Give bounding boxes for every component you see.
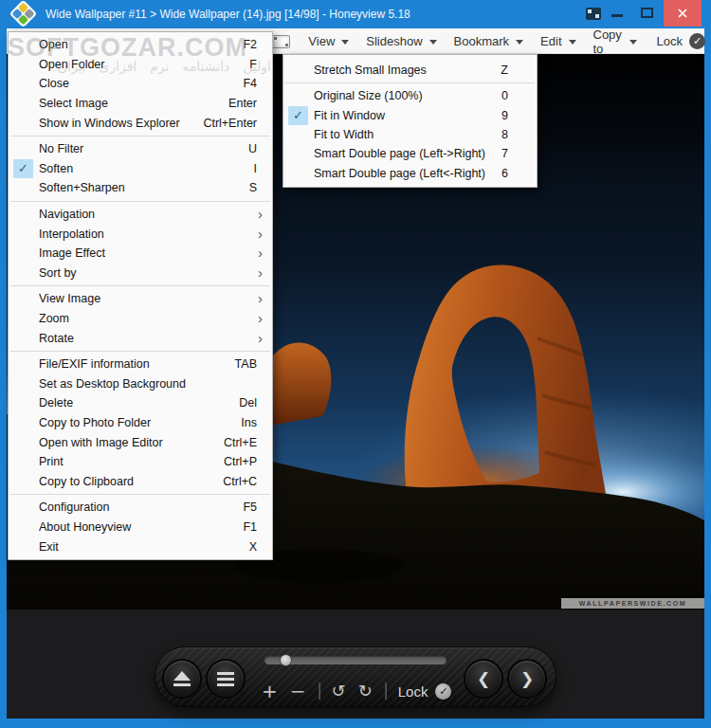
menu-shortcut: X: [249, 540, 257, 554]
position-slider[interactable]: [264, 656, 447, 664]
left-rock: [270, 343, 331, 427]
menu-item-open[interactable]: OpenF2: [9, 35, 272, 55]
toolbar-button-label: Copy to: [593, 27, 623, 56]
menu-item-label: Exit: [39, 540, 249, 554]
menu-item-configuration[interactable]: ConfigurationF5: [9, 498, 272, 518]
divider: [385, 682, 386, 700]
menu-item-soften-sharpen[interactable]: Soften+SharpenS: [9, 178, 272, 198]
menu-separator: [10, 136, 270, 136]
menu-item-close[interactable]: CloseF4: [9, 74, 272, 94]
previous-image-button[interactable]: ❮: [464, 659, 503, 699]
menu-item-label: Smart Double page (Left<-Right): [314, 167, 501, 180]
fullscreen-toggle-icon[interactable]: [586, 8, 601, 20]
menu-item-label: Stretch Small Images: [314, 64, 501, 77]
close-button[interactable]: [664, 0, 702, 27]
controlbar-lock-button[interactable]: Lock ✓: [398, 683, 452, 700]
rotate-left-icon[interactable]: ↺: [332, 681, 346, 701]
dropdown-caret-icon: [629, 40, 637, 48]
menu-item-exit[interactable]: ExitX: [9, 537, 272, 556]
menu-item-view-image[interactable]: View Image›: [9, 289, 272, 309]
minimize-button[interactable]: [611, 14, 623, 17]
menu-item-label: Fit to Width: [314, 128, 501, 141]
menu-item-show-in-windows-explorer[interactable]: Show in Windows ExplorerCtrl+Enter: [9, 113, 272, 133]
menu-item-label: Original Size (100%): [314, 89, 501, 102]
toolbar-button-bookmark[interactable]: Bookmark: [446, 30, 533, 52]
menu-item-open-folder[interactable]: Open FolderF: [9, 55, 272, 75]
menu-separator: [10, 201, 270, 202]
menu-item-set-as-desktop-background[interactable]: Set as Desktop Background: [9, 374, 272, 394]
menu-item-fit-in-window[interactable]: ✓Fit in Window9: [283, 106, 537, 125]
fit-screen-icon[interactable]: [272, 35, 290, 48]
menu-item-no-filter[interactable]: No FilterU: [9, 139, 272, 159]
menu-shortcut: Ctrl+P: [224, 455, 257, 468]
menu-item-label: Delete: [39, 396, 239, 410]
menu-item-print[interactable]: PrintCtrl+P: [9, 452, 272, 472]
menu-item-soften[interactable]: ✓SoftenI: [9, 159, 272, 179]
viewer-controlbar: + − ↺ ↻ Lock ✓ ❮ ❯: [155, 646, 556, 707]
menu-item-label: Close: [39, 77, 243, 90]
rotate-right-icon[interactable]: ↻: [358, 681, 373, 701]
menu-shortcut: I: [254, 162, 257, 175]
toolbar-button-label: Slideshow: [366, 34, 422, 48]
submenu-arrow-icon: ›: [258, 292, 263, 305]
menu-shortcut: Del: [239, 396, 257, 410]
zoom-in-icon[interactable]: +: [262, 681, 278, 701]
toolbar-button-view[interactable]: View: [300, 30, 357, 52]
menu-item-label: Print: [39, 455, 224, 468]
toolbar-lock-label: Lock: [657, 34, 683, 48]
submenu-arrow-icon: ›: [258, 246, 263, 260]
menu-item-open-with-image-editor[interactable]: Open with Image EditorCtrl+E: [9, 432, 272, 452]
menu-item-stretch-small-images[interactable]: Stretch Small ImagesZ: [283, 61, 537, 80]
menu-shortcut: F5: [243, 500, 257, 514]
menu-separator: [285, 82, 535, 83]
menu-shortcut: Enter: [228, 97, 257, 110]
menu-item-copy-to-photo-folder[interactable]: Copy to Photo FolderIns: [9, 413, 272, 433]
menu-item-rotate[interactable]: Rotate›: [9, 328, 272, 348]
chevron-left-icon: ❮: [477, 669, 490, 689]
menu-item-delete[interactable]: DeleteDel: [9, 393, 272, 413]
toolbar-button-slideshow[interactable]: Slideshow: [357, 30, 445, 52]
maximize-button[interactable]: [641, 8, 653, 18]
menu-item-label: Soften+Sharpen: [39, 181, 249, 194]
menu-item-original-size-100[interactable]: Original Size (100%)0: [283, 86, 537, 105]
next-image-button[interactable]: ❯: [507, 659, 547, 699]
menu-item-label: Sort by: [39, 266, 258, 280]
menu-item-label: Copy to Clipboard: [39, 475, 223, 488]
menu-shortcut: Ins: [241, 416, 257, 429]
toolbar-button-edit[interactable]: Edit: [532, 30, 584, 52]
dropdown-caret-icon: [569, 40, 576, 48]
menu-item-label: About Honeyview: [39, 520, 243, 534]
menu-item-label: Image Effect: [39, 246, 258, 260]
menu-separator: [10, 494, 270, 495]
menu-item-select-image[interactable]: Select ImageEnter: [9, 94, 272, 114]
menu-item-file-exif-information[interactable]: File/EXIF informationTAB: [9, 355, 272, 374]
menu-item-interpolation[interactable]: Interpolation›: [9, 224, 272, 244]
eject-button[interactable]: [162, 659, 202, 699]
menu-item-label: Fit in Window: [314, 109, 501, 122]
menu-item-image-effect[interactable]: Image Effect›: [9, 244, 272, 264]
menu-item-copy-to-clipboard[interactable]: Copy to ClipboardCtrl+C: [9, 471, 272, 491]
menu-item-label: Smart Double page (Left->Right): [314, 147, 501, 160]
menu-shortcut: F4: [243, 77, 257, 90]
zoom-out-icon[interactable]: −: [290, 681, 306, 701]
menu-item-navigation[interactable]: Navigation›: [9, 205, 272, 225]
menu-item-about-honeyview[interactable]: About HoneyviewF1: [9, 518, 272, 537]
menu-item-smart-double-page-left-right[interactable]: Smart Double page (Left->Right)7: [283, 144, 537, 163]
menu-button[interactable]: [206, 659, 246, 699]
toolbar-lock-button[interactable]: Lock ✓: [651, 29, 711, 53]
submenu-arrow-icon: ›: [258, 266, 263, 280]
slider-knob[interactable]: [280, 654, 292, 666]
menu-item-zoom[interactable]: Zoom›: [9, 309, 272, 329]
menu-shortcut: S: [249, 181, 257, 194]
lock-check-icon: ✓: [435, 683, 451, 700]
menu-item-smart-double-page-left-right[interactable]: Smart Double page (Left<-Right)6: [283, 163, 537, 182]
submenu-arrow-icon: ›: [258, 312, 263, 325]
menu-item-label: No Filter: [39, 142, 248, 155]
eject-icon: [173, 671, 191, 681]
menu-item-sort-by[interactable]: Sort by›: [9, 264, 272, 283]
menu-shortcut: F2: [243, 38, 257, 51]
submenu-arrow-icon: ›: [258, 228, 263, 241]
menu-shortcut: 7: [501, 147, 508, 160]
menu-item-label: View Image: [39, 292, 258, 305]
menu-item-fit-to-width[interactable]: Fit to Width8: [283, 125, 537, 144]
